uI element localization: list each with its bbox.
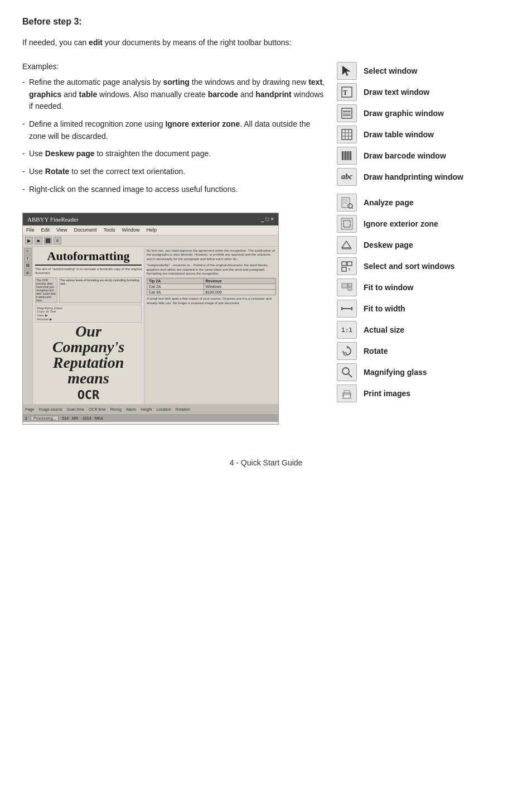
draw-table-icon [337, 126, 357, 143]
svg-marker-39 [342, 307, 344, 310]
svg-rect-4 [343, 110, 351, 112]
preview-text-block: The OCR process does more than just reco… [35, 277, 57, 303]
print-label: Print images [364, 389, 410, 398]
svg-point-43 [342, 368, 349, 374]
list-item: Refine the automatic page analysis by so… [22, 76, 326, 113]
deskew-icon [337, 236, 357, 254]
svg-rect-12 [342, 151, 343, 160]
preview-text-block: The various levels of formatting are str… [59, 277, 142, 303]
draw-table-label: Draw table window [364, 130, 434, 139]
select-sort-icon: ↕ [337, 257, 357, 275]
svg-marker-27 [342, 241, 351, 248]
svg-text:T: T [343, 89, 347, 97]
preview-ltb-btn: T [24, 255, 32, 262]
preview-ltb-btn: ↖ [24, 248, 32, 254]
toolbar-item-fit-width: Fit to width [337, 300, 510, 318]
actual-size-label: Actual size [364, 325, 404, 334]
select-sort-label: Select and sort windows [364, 262, 454, 271]
preview-magnify-label: Magnifying GlassCopy as TextView ▶Window… [35, 305, 142, 323]
page-footer: 4 - Quick Start Guide [22, 458, 510, 467]
svg-rect-34 [348, 284, 352, 286]
page-title: Before step 3: [22, 17, 510, 27]
preview-pagesbar: 2 Processing... 514 MR. 1014 MKA [23, 414, 278, 422]
svg-marker-41 [347, 345, 349, 349]
preview-bottom-text: A small text with quite a few copies of … [147, 297, 276, 306]
svg-rect-19 [342, 198, 350, 208]
svg-rect-18 [350, 151, 351, 160]
toolbar-item-draw-graphic: Draw graphic window [337, 104, 510, 122]
toolbar-item-ignore-exterior: Ignore exterior zone [337, 215, 510, 233]
svg-rect-31 [342, 267, 346, 271]
toolbar-spacer1 [337, 189, 510, 194]
toolbar-item-rotate: Rotate [337, 342, 510, 360]
list-item: Define a limited recognition zone using … [22, 118, 326, 142]
preview-right-text: By first use, you need approve the agree… [147, 249, 276, 262]
preview-page-panel: Autoformatting The aim of "autoformattin… [33, 247, 144, 405]
preview-tool-btn: ≡ [54, 237, 61, 244]
svg-rect-35 [348, 287, 352, 290]
preview-table: Tip 2ARevenue Cat 2AWindows Cat 3A$100,0… [147, 278, 276, 295]
draw-text-label: Draw text window [364, 88, 429, 97]
examples-label: Examples: [22, 62, 326, 71]
preview-doc-subtitle: The aim of "autoformatting" is to recrea… [35, 267, 142, 276]
list-item: Use Deskew page to straighten the docume… [22, 148, 326, 160]
toolbar-item-magnify: Magnifying glass [337, 363, 510, 381]
svg-point-42 [344, 352, 347, 355]
toolbar-item-actual-size: 1:1 Actual size [337, 321, 510, 339]
preview-doc-title: Autoformatting [35, 249, 142, 266]
toolbar-list: Select window T Draw text window Draw gr… [337, 62, 510, 402]
svg-rect-16 [347, 151, 349, 160]
preview-content: Autoformatting The aim of "autoformattin… [33, 247, 278, 405]
analyze-page-label: Analyze page [364, 198, 413, 207]
left-content: Examples: Refine the automatic page anal… [22, 62, 326, 425]
toolbar-item-draw-barcode: Draw barcode window [337, 147, 510, 165]
svg-rect-13 [344, 151, 344, 160]
actual-size-icon: 1:1 [337, 321, 357, 339]
svg-rect-29 [342, 262, 346, 266]
svg-marker-0 [342, 66, 350, 76]
analyze-page-icon [337, 194, 357, 212]
preview-titlebar: ABBYY FineReader _ □ × [23, 213, 278, 225]
fit-width-label: Fit to width [364, 304, 405, 313]
svg-marker-40 [350, 307, 352, 310]
intro-bold: edit [89, 38, 103, 47]
bullet-list: Refine the automatic page analysis by so… [22, 76, 326, 196]
ignore-exterior-icon [337, 215, 357, 233]
preview-right-text2: "Independently" - amounts to... Portions… [147, 263, 276, 276]
toolbar-item-fit-window: Fit to window [337, 278, 510, 296]
preview-main-body: ↖ T 🖼 ⊞ Autoformatting The aim of "autof… [23, 247, 278, 405]
draw-handprinting-label: Draw handprinting window [364, 172, 463, 181]
preview-tool-btn: ■ [35, 237, 42, 244]
app-preview-container: ABBYY FineReader _ □ × FileEditViewDocum… [22, 213, 326, 425]
rotate-label: Rotate [364, 347, 388, 355]
preview-window-controls: _ □ × [261, 216, 274, 222]
magnify-label: Magnifying glass [364, 368, 427, 377]
draw-handprinting-icon: abc [337, 168, 357, 186]
toolbar-item-draw-table: Draw table window [337, 126, 510, 143]
select-window-icon [337, 62, 357, 80]
list-item: Right-click on the scanned image to acce… [22, 184, 326, 196]
magnify-icon [337, 363, 357, 381]
preview-right-panel: By first use, you need approve the agree… [144, 247, 278, 405]
svg-rect-6 [343, 114, 351, 116]
toolbar-item-select-window: Select window [337, 62, 510, 80]
draw-barcode-label: Draw barcode window [364, 151, 446, 160]
rotate-icon [337, 342, 357, 360]
toolbar-item-analyze: Analyze page [337, 194, 510, 212]
preview-toolbar: ▶ ■ ⬛ ≡ [23, 236, 278, 247]
svg-line-21 [352, 208, 353, 209]
fit-width-icon [337, 300, 357, 318]
preview-ltb-btn: 🖼 [24, 262, 32, 269]
preview-tool-btn: ⬛ [44, 237, 52, 244]
preview-ocr-logo: OurCompany'sReputationmeansOCR [35, 324, 142, 402]
deskew-label: Deskew page [364, 241, 413, 249]
print-icon [337, 385, 357, 402]
svg-text:↕: ↕ [348, 266, 351, 272]
preview-ltb-btn: ⊞ [24, 270, 32, 276]
draw-graphic-icon [337, 104, 357, 122]
preview-left-toolbar: ↖ T 🖼 ⊞ [23, 247, 33, 405]
svg-rect-15 [346, 151, 347, 160]
intro-paragraph: If needed, you can edit your documents b… [22, 37, 510, 49]
svg-rect-48 [344, 395, 350, 397]
preview-menubar: FileEditViewDocumentToolsWindowHelp [23, 225, 278, 236]
